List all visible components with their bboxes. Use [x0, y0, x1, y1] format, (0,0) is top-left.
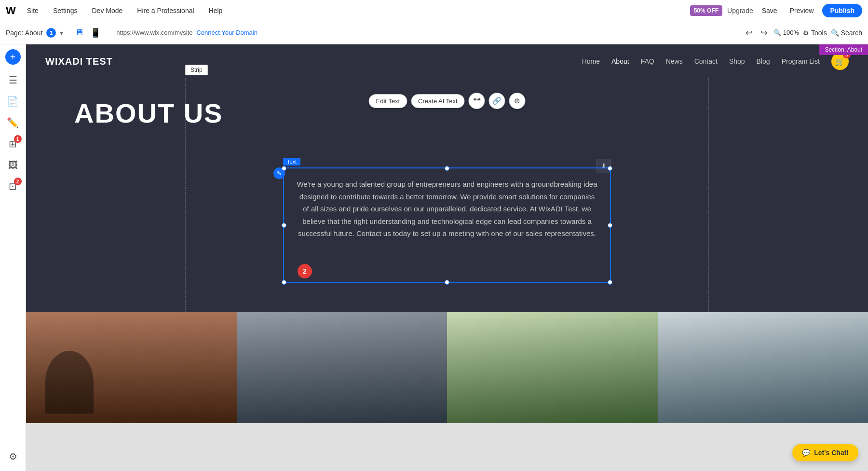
handle-tr[interactable]	[608, 166, 612, 171]
top-bar-left: W Site Settings Dev Mode Hire a Professi…	[6, 4, 225, 17]
second-bar: Page: About 1 ▾ 🖥 📱 https://www.wix.com/…	[0, 21, 868, 44]
site-nav: Home About FAQ News Contact Shop Blog Pr…	[582, 53, 849, 70]
nav-about[interactable]: About	[611, 57, 629, 65]
photo-panel-3	[447, 312, 658, 423]
photo-strip	[26, 312, 868, 423]
link-icon-btn[interactable]: 🔗	[489, 93, 505, 109]
sidebar-bottom: ⚙	[3, 447, 23, 466]
nav-blog[interactable]: Blog	[757, 57, 770, 65]
handle-bl[interactable]	[282, 280, 286, 285]
mobile-icon[interactable]: 📱	[88, 26, 103, 40]
strip-label[interactable]: Strip	[185, 65, 208, 75]
handle-tl[interactable]	[282, 166, 286, 171]
nav-faq[interactable]: FAQ	[641, 57, 654, 65]
nav-home[interactable]: Home	[582, 57, 600, 65]
tools-button[interactable]: ⚙ Tools	[803, 29, 827, 37]
publish-button[interactable]: Publish	[822, 4, 862, 17]
page-dropdown-icon[interactable]: ▾	[60, 29, 63, 37]
text-body: We're a young and talented group of entr…	[296, 178, 598, 240]
zoom-control[interactable]: 🔍 100%	[773, 29, 799, 36]
zoom-level: 100%	[783, 29, 799, 36]
text-box[interactable]: We're a young and talented group of entr…	[283, 167, 611, 283]
chat-icon: 💬	[802, 449, 810, 457]
text-toolbar: Edit Text Create AI Text ❝❝ 🔗 ⊕	[368, 93, 525, 109]
text-label-tag: Text	[283, 158, 300, 166]
chat-button[interactable]: 💬 Let's Chat!	[792, 444, 858, 461]
sidebar-item-design[interactable]: ✏️	[3, 113, 23, 132]
search-label: Search	[841, 29, 862, 37]
second-bar-right: ↩ ↪ 🔍 100% ⚙ Tools 🔍 Search	[744, 26, 862, 40]
edit-text-button[interactable]: Edit Text	[368, 94, 407, 108]
main-layout: + ☰ 📄 ✏️ ⊞ 1 🖼 ⊡ 2 ⚙ WIXADI TEST Home Ab…	[0, 44, 868, 471]
sidebar-item-apps[interactable]: ⊞ 1	[3, 134, 23, 153]
sidebar-item-components[interactable]: ⊡ 2	[3, 177, 23, 196]
page-number-badge: 1	[46, 28, 56, 38]
device-icons: 🖥 📱	[73, 26, 103, 40]
save-button[interactable]: Save	[758, 5, 781, 16]
menu-settings[interactable]: Settings	[50, 5, 81, 16]
sidebar-item-page[interactable]: 📄	[3, 92, 23, 111]
content-section: Strip ABOUT US Edit Text Create AI Text …	[26, 78, 868, 312]
undo-icon[interactable]: ↩	[744, 26, 755, 40]
tools-label: Tools	[811, 29, 827, 37]
badge-2[interactable]: 2	[298, 264, 312, 278]
menu-site[interactable]: Site	[24, 5, 41, 16]
top-bar: W Site Settings Dev Mode Hire a Professi…	[0, 0, 868, 21]
badge-50off[interactable]: 50% OFF	[690, 5, 722, 16]
components-badge: 2	[14, 178, 22, 185]
site-header: WIXADI TEST Home About FAQ News Contact …	[26, 44, 868, 78]
cart-icon[interactable]: 🛒 0	[831, 53, 849, 70]
tools-icon: ⚙	[803, 29, 809, 37]
nav-shop[interactable]: Shop	[729, 57, 745, 65]
dashed-col-left	[185, 78, 186, 312]
sidebar-item-settings-bottom[interactable]: ⚙	[3, 447, 23, 466]
sidebar-item-page-layout[interactable]: ☰	[3, 70, 23, 90]
apps-badge: 1	[14, 135, 22, 143]
extra-icon-btn[interactable]: ⊕	[509, 93, 526, 109]
chat-label: Let's Chat!	[814, 449, 849, 457]
left-sidebar: + ☰ 📄 ✏️ ⊞ 1 🖼 ⊡ 2 ⚙	[0, 44, 26, 471]
sidebar-item-media[interactable]: 🖼	[3, 155, 23, 175]
menu-devmode[interactable]: Dev Mode	[89, 5, 125, 16]
menu-help[interactable]: Help	[206, 5, 226, 16]
nav-program-list[interactable]: Program List	[782, 57, 820, 65]
section-about-label[interactable]: Section: About	[819, 44, 868, 55]
text-box-container: ✎ Text ⬇ We're a young and talented grou…	[283, 167, 611, 283]
nav-contact[interactable]: Contact	[694, 57, 718, 65]
search-button[interactable]: 🔍 Search	[831, 29, 862, 37]
nav-news[interactable]: News	[666, 57, 683, 65]
canvas-area: WIXADI TEST Home About FAQ News Contact …	[26, 44, 868, 471]
photo-panel-2	[237, 312, 448, 423]
add-button[interactable]: +	[5, 49, 21, 65]
search-icon: 🔍	[831, 29, 839, 37]
about-title: ABOUT US	[74, 97, 223, 129]
url-bar: https://www.wix.com/mysite Connect Your …	[116, 29, 730, 36]
site-logo: WIXADI TEST	[45, 56, 113, 67]
handle-tc[interactable]	[445, 166, 449, 171]
handle-bc[interactable]	[445, 280, 449, 285]
page-info: Page: About 1 ▾	[6, 28, 63, 38]
wix-logo: W	[6, 4, 15, 17]
url-text: https://www.wix.com/mysite	[116, 29, 192, 36]
redo-icon[interactable]: ↪	[759, 26, 770, 40]
quote-icon-btn[interactable]: ❝❝	[469, 93, 485, 109]
create-ai-text-button[interactable]: Create AI Text	[411, 94, 464, 108]
handle-mr[interactable]	[608, 223, 612, 228]
desktop-icon[interactable]: 🖥	[73, 26, 85, 40]
handle-br[interactable]	[608, 280, 612, 285]
page-label: Page: About	[6, 29, 42, 37]
menu-hire[interactable]: Hire a Professional	[134, 5, 197, 16]
upgrade-button[interactable]: Upgrade	[727, 7, 753, 14]
preview-button[interactable]: Preview	[786, 5, 818, 16]
photo-panel-4	[658, 312, 868, 423]
photo-panel-1	[26, 312, 237, 423]
top-bar-right: 50% OFF Upgrade Save Preview Publish	[690, 4, 862, 17]
connect-domain-link[interactable]: Connect Your Domain	[197, 29, 258, 36]
handle-ml[interactable]	[282, 223, 286, 228]
zoom-icon: 🔍	[773, 29, 781, 36]
dashed-col-right	[708, 78, 709, 312]
